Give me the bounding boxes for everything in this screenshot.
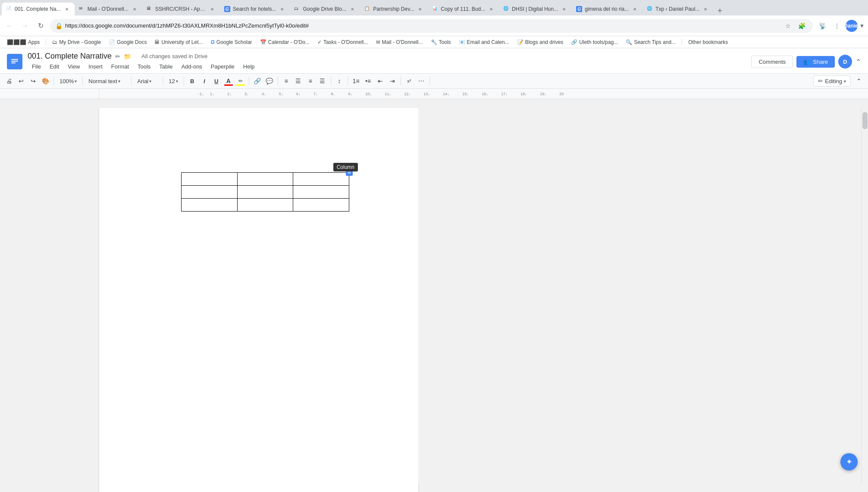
decrease-indent-button[interactable]: ⇤ <box>375 75 386 87</box>
paint-format-button[interactable]: 🎨 <box>40 75 51 87</box>
comments-button[interactable]: Comments <box>751 56 793 68</box>
menu-paperpile[interactable]: Paperpile <box>207 62 239 72</box>
zoom-dropdown[interactable]: 100% ▾ <box>56 77 80 86</box>
superscript-button[interactable]: x² <box>404 75 415 87</box>
bookmark-apps[interactable]: ⬛⬛⬛ Apps <box>3 38 43 46</box>
tab-close-gdrive[interactable]: ✕ <box>349 6 356 12</box>
bold-button[interactable]: B <box>187 75 198 87</box>
tab-close-search[interactable]: ✕ <box>279 6 285 12</box>
tab-partner[interactable]: 📋 Partnership Dev... ✕ <box>360 3 428 16</box>
rename-icon[interactable]: ✏ <box>115 53 120 60</box>
table-cell-1-2[interactable] <box>293 186 349 199</box>
tab-docs[interactable]: 📄 001. Complete Na... ✕ <box>2 3 75 16</box>
table-cell-0-0[interactable] <box>182 173 238 186</box>
bookmark-otherbookmarks[interactable]: Other bookmarks <box>685 38 731 46</box>
bookmark-calendar[interactable]: 📅 Calendar - O'Do... <box>257 38 313 46</box>
underline-button[interactable]: U <box>211 75 222 87</box>
bookmark-university[interactable]: 🏛 University of Let... <box>151 38 206 46</box>
assistant-button[interactable]: ✦ <box>840 453 858 470</box>
tab-close-txp[interactable]: ✕ <box>702 6 709 12</box>
bookmark-blogs[interactable]: 📝 Blogs and drives <box>514 38 567 46</box>
font-size-dropdown[interactable]: 12 ▾ <box>166 77 181 86</box>
vertical-scrollbar[interactable] <box>861 108 868 483</box>
bookmark-mail[interactable]: ✉ Mail - O'Donnell... <box>373 38 426 46</box>
menu-edit[interactable]: Edit <box>45 62 63 72</box>
table-cell-1-1[interactable] <box>237 186 293 199</box>
profile-area[interactable]: Daniel ▼ <box>846 20 865 32</box>
collapse-toolbar-button[interactable]: ⌃ <box>853 75 865 87</box>
document-table[interactable] <box>181 172 349 212</box>
table-cell-2-2[interactable] <box>293 199 349 212</box>
redo-button[interactable]: ↪ <box>28 75 39 87</box>
new-tab-button[interactable]: + <box>715 6 725 16</box>
menu-file[interactable]: File <box>28 62 45 72</box>
tab-sshrc[interactable]: 🏛 SSHRC/CRSH - App... ✕ <box>142 3 220 16</box>
increase-indent-button[interactable]: ⇥ <box>387 75 398 87</box>
refresh-button[interactable]: ↻ <box>34 20 47 32</box>
bookmark-star-icon[interactable]: ☆ <box>782 20 794 32</box>
bookmark-mydrive[interactable]: 🗂 My Drive - Google <box>49 38 104 46</box>
user-avatar[interactable]: D <box>838 55 852 69</box>
expand-button[interactable]: ⌃ <box>855 58 861 66</box>
document-area[interactable]: Column ⊞ <box>0 99 868 492</box>
folder-icon[interactable]: 📁 <box>124 53 131 60</box>
bookmark-googledocs[interactable]: 📄 Google Docs <box>105 38 150 46</box>
justify-button[interactable]: ☰ <box>317 75 328 87</box>
bullet-list-button[interactable]: •≡ <box>363 75 374 87</box>
docs-title[interactable]: 001. Complete Narrative <box>28 52 112 61</box>
tab-close-gimena[interactable]: ✕ <box>631 6 638 12</box>
menu-table[interactable]: Table <box>155 62 177 72</box>
highlight-button[interactable]: ✏ <box>235 75 246 87</box>
bookmark-uleth[interactable]: 🔗 Uleth tools/pag... <box>567 38 621 46</box>
menu-addons[interactable]: Add-ons <box>177 62 206 72</box>
doc-page[interactable]: Column ⊞ <box>99 108 418 492</box>
table-cell-2-1[interactable] <box>237 199 293 212</box>
undo-button[interactable]: ↩ <box>16 75 27 87</box>
cast-icon[interactable]: 📡 <box>816 20 828 32</box>
insert-link-button[interactable]: 🔗 <box>252 75 263 87</box>
menu-view[interactable]: View <box>63 62 84 72</box>
menu-format[interactable]: Format <box>107 62 133 72</box>
tab-close-mail[interactable]: ✕ <box>131 6 138 12</box>
editing-mode-dropdown[interactable]: ✏ Editing ▾ <box>813 75 851 87</box>
bookmark-tasks[interactable]: ✓ Tasks - O'Donnell... <box>314 38 372 46</box>
print-button[interactable]: 🖨 <box>3 75 15 87</box>
tab-close-docs[interactable]: ✕ <box>63 6 70 12</box>
address-box[interactable]: 🔒 https://docs.google.com/document/d/1zh… <box>50 19 813 33</box>
tab-gdrive[interactable]: 🗂 Google Drive Blo... ✕ <box>290 3 360 16</box>
table-cell-2-0[interactable] <box>182 199 238 212</box>
numbered-list-button[interactable]: 1≡ <box>351 75 362 87</box>
menu-help[interactable]: Help <box>239 62 259 72</box>
align-right-button[interactable]: ≡ <box>305 75 316 87</box>
line-spacing-button[interactable]: ↕ <box>334 75 345 87</box>
browser-menu-icon[interactable]: ⋮ <box>831 20 843 32</box>
align-center-button[interactable]: ☰ <box>293 75 304 87</box>
tab-budget[interactable]: 📊 Copy of 111. Bud... ✕ <box>428 3 499 16</box>
back-button[interactable]: ← <box>3 20 16 32</box>
table-cell-1-0[interactable] <box>182 186 238 199</box>
menu-tools[interactable]: Tools <box>133 62 155 72</box>
italic-button[interactable]: I <box>199 75 210 87</box>
scrollbar-thumb[interactable] <box>862 112 868 129</box>
tab-dhsi[interactable]: 🌐 DHSI | Digital Hun... ✕ <box>499 3 572 16</box>
menu-insert[interactable]: Insert <box>84 62 107 72</box>
bookmark-scholar[interactable]: G Google Scholar <box>207 38 255 46</box>
paragraph-style-dropdown[interactable]: Normal text ▾ <box>85 77 128 86</box>
align-left-button[interactable]: ≡ <box>281 75 292 87</box>
bookmark-searchtips[interactable]: 🔍 Search Tips and... <box>622 38 679 46</box>
share-button[interactable]: 👥 Share <box>796 56 835 68</box>
tab-mail[interactable]: ✉ Mail - O'Donnell... ✕ <box>75 3 142 16</box>
forward-button[interactable]: → <box>19 20 31 32</box>
tab-close-sshrc[interactable]: ✕ <box>209 6 216 12</box>
tab-txp[interactable]: 🌐 Txp › Daniel Paul... ✕ <box>642 3 713 16</box>
tab-close-dhsi[interactable]: ✕ <box>561 6 567 12</box>
table-cell-0-2[interactable] <box>293 173 349 186</box>
table-cell-0-1[interactable] <box>237 173 293 186</box>
font-dropdown[interactable]: Arial ▾ <box>134 77 160 86</box>
insert-comment-button[interactable]: 💬 <box>264 75 275 87</box>
tab-close-partner[interactable]: ✕ <box>417 6 423 12</box>
more-options-button[interactable]: ⋯ <box>416 75 427 87</box>
tab-gimena[interactable]: G gimena del rio ria... ✕ <box>572 3 642 16</box>
tab-close-budget[interactable]: ✕ <box>488 6 495 12</box>
bookmark-emailcal[interactable]: 📧 Email and Calen... <box>455 38 513 46</box>
